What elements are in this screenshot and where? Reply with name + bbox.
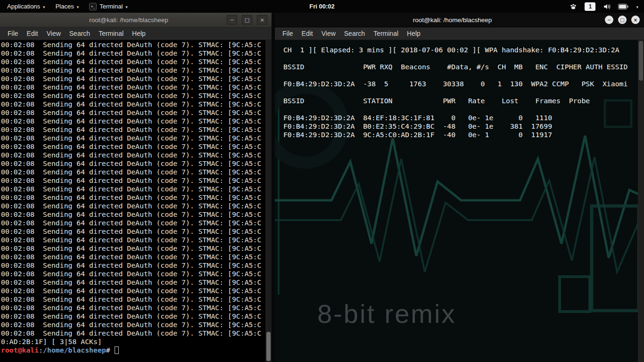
prompt-separator: : [39, 346, 43, 354]
left-menubar: File Edit View Search Terminal Help [0, 27, 272, 40]
right-terminal-body[interactable]: 8-bit remix CH 1 ][ Elapsed: 3 mins ][ 2… [275, 40, 644, 362]
chevron-down-icon: ▾ [43, 5, 45, 9]
terminal-cursor [115, 346, 119, 354]
paw-tray-icon[interactable] [570, 3, 577, 10]
left-terminal-body[interactable]: 00:02:08 Sending 64 directed DeAuth (cod… [0, 40, 272, 362]
left-terminal-window: root@kali: /home/blacsheep ─ □ × File Ed… [0, 13, 272, 362]
applications-menu-label: Applications [7, 3, 40, 10]
left-window-title: root@kali: /home/blacsheep [38, 16, 220, 24]
shell-prompt: root@kali:/home/blacsheep# [0, 346, 272, 354]
menu-help[interactable]: Help [128, 28, 150, 39]
left-titlebar[interactable]: root@kali: /home/blacsheep ─ □ × [0, 13, 272, 27]
battery-icon[interactable] [618, 4, 628, 9]
menu-file[interactable]: File [3, 28, 23, 39]
menu-view[interactable]: View [42, 28, 65, 39]
right-scrollbar-thumb[interactable] [639, 41, 643, 81]
prompt-user: root@kali [1, 346, 39, 354]
close-button[interactable]: × [257, 15, 267, 25]
wallpaper-text: 8-bit remix [317, 298, 456, 329]
right-window-title: root@kali: /home/blacsheep [313, 16, 592, 24]
window-counter-badge[interactable]: 1 [585, 2, 595, 11]
menu-edit[interactable]: Edit [23, 28, 42, 39]
menu-edit[interactable]: Edit [297, 28, 317, 39]
left-terminal-output: 00:02:08 Sending 64 directed DeAuth (cod… [0, 40, 272, 346]
terminal-app-menu[interactable]: >_ Terminal ▾ [84, 0, 133, 13]
right-window-controls: ─ □ × [605, 16, 644, 24]
menu-file[interactable]: File [278, 28, 297, 39]
right-scrollbar[interactable] [638, 40, 644, 362]
right-titlebar[interactable]: root@kali: /home/blacsheep ─ □ × [275, 13, 644, 27]
terminal-icon: >_ [89, 3, 97, 10]
left-window-controls: ─ □ × [227, 15, 272, 25]
panel-right-group: 1 ▾ [570, 0, 644, 13]
minimize-button[interactable]: ─ [605, 16, 613, 24]
maximize-button[interactable]: □ [242, 15, 252, 25]
top-panel: Applications ▾ Places ▾ >_ Terminal ▾ Fr… [0, 0, 644, 13]
places-menu[interactable]: Places ▾ [50, 0, 84, 13]
prompt-path: /home/blacsheep [43, 346, 106, 354]
maximize-button[interactable]: □ [618, 16, 627, 24]
menu-search[interactable]: Search [65, 28, 94, 39]
volume-icon[interactable] [603, 3, 611, 10]
chevron-down-icon: ▾ [77, 5, 79, 9]
menu-terminal[interactable]: Terminal [369, 28, 403, 39]
right-terminal-window: root@kali: /home/blacsheep ─ □ × File Ed… [275, 13, 644, 362]
clock[interactable]: Fri 00:02 [309, 0, 334, 13]
prompt-symbol: # [106, 346, 110, 354]
menu-search[interactable]: Search [340, 28, 369, 39]
right-terminal-output: CH 1 ][ Elapsed: 3 mins ][ 2018-07-06 00… [275, 40, 644, 139]
right-menubar: File Edit View Search Terminal Help [275, 27, 644, 40]
system-menu-chevron-icon[interactable]: ▾ [636, 5, 638, 9]
places-menu-label: Places [56, 3, 74, 10]
menu-view[interactable]: View [317, 28, 340, 39]
minimize-button[interactable]: ─ [227, 15, 237, 25]
menu-help[interactable]: Help [403, 28, 425, 39]
menu-terminal[interactable]: Terminal [94, 28, 128, 39]
left-scrollbar-thumb[interactable] [266, 332, 271, 361]
close-button[interactable]: × [631, 16, 640, 24]
left-scrollbar[interactable] [265, 40, 272, 362]
terminal-menu-label: Terminal [99, 3, 123, 10]
applications-menu[interactable]: Applications ▾ [2, 0, 50, 13]
panel-left-group: Applications ▾ Places ▾ >_ Terminal ▾ [0, 0, 133, 13]
chevron-down-icon: ▾ [125, 5, 128, 9]
